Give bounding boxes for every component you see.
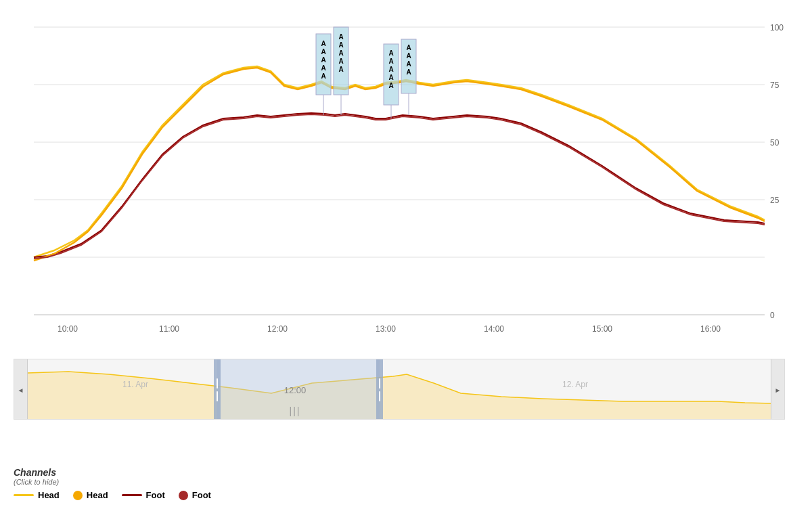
legend-line-foot1 — [122, 494, 142, 496]
svg-text:A: A — [388, 82, 393, 89]
svg-text:A: A — [321, 48, 325, 56]
nav-date-label-1: 11. Apr — [122, 380, 148, 389]
y-label-25: 25 — [770, 196, 780, 205]
nav-time-label: 12:00 — [271, 385, 319, 395]
navigator-container: 11. Apr 12. Apr 12:00 ||| ◄ ► — [14, 359, 785, 420]
x-label-1300: 13:00 — [376, 324, 396, 334]
legend-label-foot1: Foot — [146, 490, 165, 500]
foot-line-2 — [34, 114, 765, 259]
x-label-1100: 11:00 — [159, 324, 179, 334]
navigator-svg — [28, 359, 772, 420]
legend-dot-foot2 — [179, 491, 188, 500]
legend-items: Head Head Foot Foot — [14, 490, 785, 500]
svg-text:A: A — [321, 72, 325, 80]
legend-dot-head2 — [73, 491, 83, 500]
svg-text:A: A — [321, 40, 325, 47]
scroll-left-button[interactable]: ◄ — [14, 359, 28, 420]
svg-text:A: A — [406, 52, 411, 60]
annotation-group-3: A A A A A — [384, 44, 399, 118]
y-label-75: 75 — [770, 81, 780, 90]
legend-line-head1 — [14, 494, 34, 496]
legend-item-foot1[interactable]: Foot — [122, 490, 165, 500]
foot-line-1 — [34, 113, 765, 257]
legend-title: Channels — [14, 467, 785, 478]
nav-area-fill — [28, 372, 772, 420]
svg-text:A: A — [388, 66, 393, 73]
scroll-right-button[interactable]: ► — [771, 359, 784, 420]
svg-text:A: A — [406, 44, 411, 51]
chart-container: 100 75 50 25 0 10:00 11:00 12:00 13:00 1… — [0, 0, 812, 509]
svg-text:A: A — [406, 68, 411, 76]
y-label-100: 100 — [770, 23, 784, 32]
legend-label-head1: Head — [38, 490, 60, 500]
nav-right-handle[interactable] — [376, 359, 383, 420]
svg-text:A: A — [338, 49, 343, 57]
svg-text:A: A — [388, 74, 393, 81]
x-label-1600: 16:00 — [700, 324, 721, 334]
legend: Channels (Click to hide) Head Head Foot … — [14, 467, 785, 500]
x-label-1400: 14:00 — [484, 324, 504, 334]
y-label-50: 50 — [770, 138, 780, 148]
svg-text:A: A — [406, 60, 411, 68]
head-line-2 — [34, 68, 765, 261]
x-label-1500: 15:00 — [592, 324, 612, 334]
svg-text:A: A — [338, 33, 343, 41]
svg-text:A: A — [321, 56, 325, 64]
nav-drag-zone[interactable]: ||| — [271, 403, 319, 418]
svg-text:A: A — [338, 66, 343, 73]
y-label-0: 0 — [770, 311, 775, 320]
legend-item-head2[interactable]: Head — [73, 490, 108, 500]
legend-item-foot2[interactable]: Foot — [179, 490, 211, 500]
annotation-group-1: A A A A A — [316, 34, 331, 115]
annotation-group-2: A A A A A — [334, 27, 348, 115]
legend-item-head1[interactable]: Head — [14, 490, 60, 500]
svg-text:A: A — [388, 49, 393, 57]
svg-text:A: A — [338, 41, 343, 49]
svg-text:A: A — [321, 64, 325, 72]
nav-date-label-2: 12. Apr — [562, 380, 588, 389]
svg-text:A: A — [388, 58, 393, 65]
annotation-group-4: A A A A — [401, 39, 416, 115]
x-label-1200: 12:00 — [267, 324, 288, 334]
legend-label-foot2: Foot — [192, 490, 211, 500]
legend-label-head2: Head — [87, 490, 108, 500]
nav-left-handle[interactable] — [214, 359, 221, 420]
main-chart-svg: 100 75 50 25 0 10:00 11:00 12:00 13:00 1… — [14, 7, 785, 338]
x-label-1000: 10:00 — [58, 324, 78, 334]
head-line-1 — [34, 66, 765, 257]
svg-text:A: A — [338, 58, 343, 65]
legend-subtitle: (Click to hide) — [14, 478, 785, 486]
